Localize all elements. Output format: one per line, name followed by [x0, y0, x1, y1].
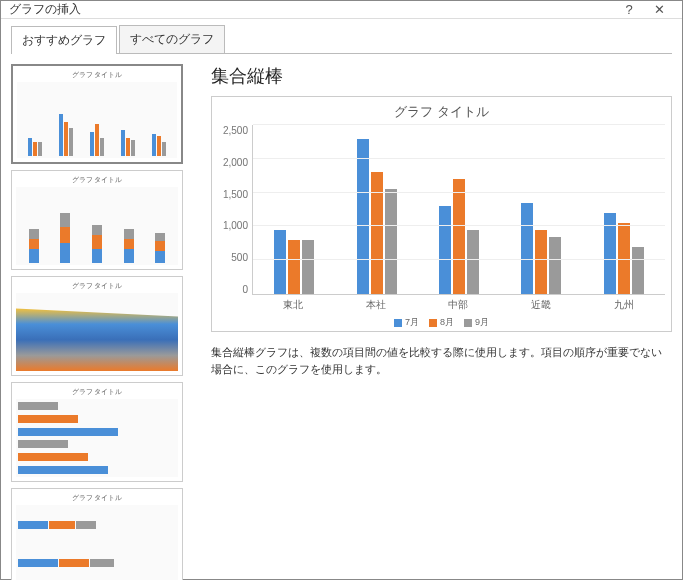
thumb-clustered-column[interactable]: グラフ タイトル — [11, 64, 183, 164]
legend: 7月8月9月 — [218, 316, 665, 329]
window-title: グラフの挿入 — [9, 1, 614, 18]
chart-thumbnails[interactable]: グラフ タイトル グラフ タイトル — [11, 64, 201, 580]
chart-type-title: 集合縦棒 — [211, 64, 672, 88]
y-axis: 2,5002,0001,5001,0005000 — [218, 125, 252, 295]
tab-recommended[interactable]: おすすめグラフ — [11, 26, 117, 54]
plot-area — [252, 125, 665, 295]
x-axis: 東北本社中部近畿九州 — [252, 295, 665, 312]
chart-title: グラフ タイトル — [218, 103, 665, 121]
thumb-stacked-column[interactable]: グラフ タイトル — [11, 170, 183, 270]
close-icon[interactable]: ✕ — [644, 2, 674, 17]
tab-all[interactable]: すべてのグラフ — [119, 25, 225, 53]
thumb-stacked-bar[interactable]: グラフ タイトル — [11, 488, 183, 580]
chart-preview: 集合縦棒 グラフ タイトル 2,5002,0001,5001,0005000 東… — [211, 64, 672, 580]
titlebar: グラフの挿入 ? ✕ — [1, 1, 682, 19]
chart-wrapper: グラフ タイトル 2,5002,0001,5001,0005000 東北本社中部… — [211, 96, 672, 332]
thumb-clustered-bar[interactable]: グラフ タイトル — [11, 382, 183, 482]
tab-bar: おすすめグラフ すべてのグラフ — [11, 25, 672, 54]
chart-description: 集合縦棒グラフは、複数の項目間の値を比較する際に使用します。項目の順序が重要でな… — [211, 344, 672, 377]
thumb-area[interactable]: グラフ タイトル — [11, 276, 183, 376]
help-icon[interactable]: ? — [614, 2, 644, 17]
insert-chart-dialog: グラフの挿入 ? ✕ おすすめグラフ すべてのグラフ グラフ タイトル — [0, 0, 683, 580]
